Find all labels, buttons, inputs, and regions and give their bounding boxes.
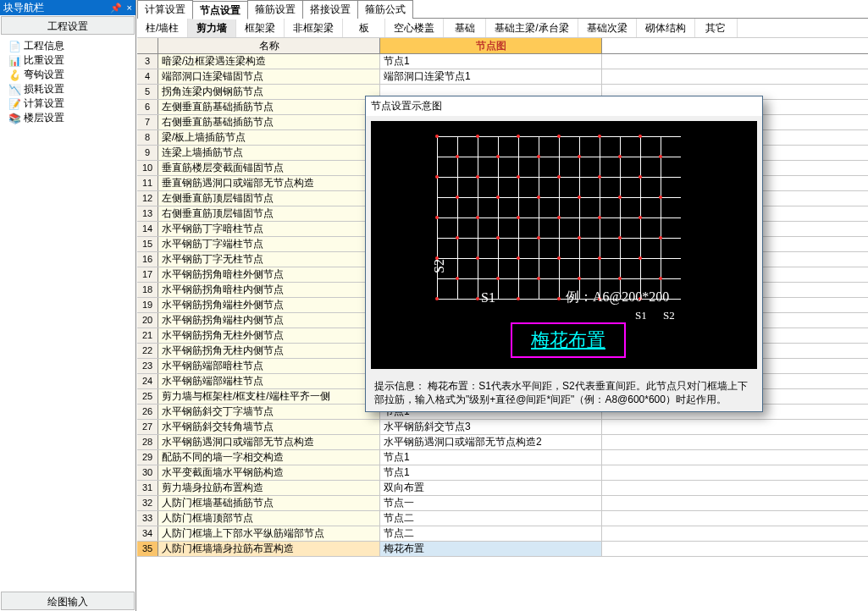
row-diagram-cell[interactable]: 节点1 bbox=[380, 450, 602, 465]
sub-tab-8[interactable]: 基础次梁 bbox=[578, 19, 637, 37]
nav-item-1[interactable]: 📊比重设置 bbox=[0, 53, 135, 68]
table-row[interactable]: 33人防门框墙顶部节点节点二 bbox=[137, 511, 868, 526]
plum-dot bbox=[598, 256, 601, 260]
table-row[interactable]: 29配筋不同的墙一字相交构造节点1 bbox=[137, 450, 868, 465]
sub-tab-6[interactable]: 基础 bbox=[444, 19, 486, 37]
row-name-cell[interactable]: 水平钢筋拐角端柱外侧节点 bbox=[158, 298, 380, 312]
grid-line-v bbox=[539, 136, 539, 299]
plum-dot bbox=[639, 135, 642, 138]
row-name-cell[interactable]: 人防门框墙上下部水平纵筋端部节点 bbox=[158, 526, 380, 541]
plum-dot bbox=[659, 277, 662, 280]
row-name-cell[interactable]: 梁/板上墙插筋节点 bbox=[158, 130, 380, 145]
close-icon[interactable]: × bbox=[127, 0, 132, 15]
top-tab-1[interactable]: 节点设置 bbox=[192, 1, 248, 19]
nav-footer[interactable]: 绘图输入 bbox=[1, 592, 135, 610]
row-name-cell[interactable]: 水平钢筋遇洞口或端部无节点构造 bbox=[158, 435, 380, 449]
row-diagram-cell[interactable]: 节点1 bbox=[380, 54, 602, 69]
row-diagram-cell[interactable]: 水平钢筋斜交节点3 bbox=[380, 420, 602, 434]
row-name-cell[interactable]: 水平钢筋丁字无柱节点 bbox=[158, 252, 380, 267]
plum-dot bbox=[496, 155, 500, 158]
row-name-cell[interactable]: 人防门框墙顶部节点 bbox=[158, 511, 380, 526]
top-tab-3[interactable]: 搭接设置 bbox=[302, 0, 358, 19]
plum-dot bbox=[435, 216, 439, 219]
row-name-cell[interactable]: 人防门框墙基础插筋节点 bbox=[158, 496, 380, 510]
row-name-cell[interactable]: 水平钢筋端部暗柱节点 bbox=[158, 359, 380, 373]
calc-icon: 📝 bbox=[8, 97, 21, 110]
plum-dot bbox=[456, 195, 459, 199]
nav-item-4[interactable]: 📝计算设置 bbox=[0, 96, 135, 111]
row-name-cell[interactable]: 水平钢筋拐角端柱内侧节点 bbox=[158, 313, 380, 328]
sub-tab-3[interactable]: 非框架梁 bbox=[285, 19, 343, 37]
row-name-cell[interactable]: 水平钢筋拐角无柱外侧节点 bbox=[158, 328, 380, 343]
row-name-cell[interactable]: 人防门框墙墙身拉筋布置构造 bbox=[158, 542, 380, 556]
row-diagram-cell[interactable]: 双向布置 bbox=[380, 481, 602, 495]
row-name-cell[interactable]: 水平钢筋拐角暗柱内侧节点 bbox=[158, 283, 380, 297]
row-name-cell[interactable]: 拐角连梁内侧钢筋节点 bbox=[158, 85, 380, 99]
row-name-cell[interactable]: 水平钢筋丁字端柱节点 bbox=[158, 237, 380, 251]
pin-icon[interactable]: 📌 bbox=[110, 0, 122, 15]
table-row[interactable]: 4端部洞口连梁锚固节点端部洞口连梁节点1 bbox=[137, 69, 868, 85]
row-name-cell[interactable]: 水平变截面墙水平钢筋构造 bbox=[158, 465, 380, 480]
row-name-cell[interactable]: 水平钢筋拐角暗柱外侧节点 bbox=[158, 267, 380, 282]
row-name-cell[interactable]: 端部洞口连梁锚固节点 bbox=[158, 69, 380, 84]
row-name-cell[interactable]: 垂直钢筋遇洞口或端部无节点构造 bbox=[158, 176, 380, 190]
nav-item-3[interactable]: 📉损耗设置 bbox=[0, 82, 135, 96]
table-row[interactable]: 35人防门框墙墙身拉筋布置构造梅花布置 bbox=[137, 542, 868, 557]
plum-dot bbox=[659, 195, 662, 199]
plum-dot bbox=[639, 256, 642, 260]
nav-subheader[interactable]: 工程设置 bbox=[1, 16, 135, 35]
sub-tab-0[interactable]: 柱/墙柱 bbox=[137, 19, 188, 37]
sub-tab-5[interactable]: 空心楼盖 bbox=[385, 19, 444, 37]
row-name-cell[interactable]: 连梁上墙插筋节点 bbox=[158, 146, 380, 160]
row-name-cell[interactable]: 左侧垂直筋基础插筋节点 bbox=[158, 100, 380, 114]
sub-tab-10[interactable]: 其它 bbox=[695, 19, 738, 37]
row-name-cell[interactable]: 暗梁/边框梁遇连梁构造 bbox=[158, 54, 380, 69]
top-tab-4[interactable]: 箍筋公式 bbox=[357, 0, 413, 19]
row-diagram-cell[interactable]: 端部洞口连梁节点1 bbox=[380, 69, 602, 84]
row-number: 15 bbox=[137, 237, 158, 251]
sub-tab-2[interactable]: 框架梁 bbox=[236, 19, 285, 37]
row-diagram-cell[interactable]: 节点1 bbox=[380, 465, 602, 480]
row-diagram-cell[interactable]: 节点一 bbox=[380, 496, 602, 510]
top-tab-2[interactable]: 箍筋设置 bbox=[247, 0, 303, 19]
grid-header-name[interactable]: 名称 bbox=[158, 38, 380, 53]
nav-item-2[interactable]: 🪝弯钩设置 bbox=[0, 68, 135, 82]
grid-header-diagram[interactable]: 节点图 bbox=[380, 38, 602, 53]
nav-item-5[interactable]: 📚楼层设置 bbox=[0, 111, 135, 125]
row-name-cell[interactable]: 水平钢筋端部端柱节点 bbox=[158, 374, 380, 388]
table-row[interactable]: 27水平钢筋斜交转角墙节点水平钢筋斜交节点3 bbox=[137, 420, 868, 435]
nav-item-label: 计算设置 bbox=[24, 96, 64, 111]
table-row[interactable]: 32人防门框墙基础插筋节点节点一 bbox=[137, 496, 868, 511]
row-name-cell[interactable]: 右侧垂直筋顶层锚固节点 bbox=[158, 206, 380, 221]
sub-tab-1[interactable]: 剪力墙 bbox=[188, 19, 236, 37]
table-row[interactable]: 34人防门框墙上下部水平纵筋端部节点节点二 bbox=[137, 526, 868, 542]
row-diagram-cell[interactable]: 节点二 bbox=[380, 526, 602, 541]
plum-dot bbox=[435, 297, 439, 300]
row-name-cell[interactable]: 水平钢筋斜交丁字墙节点 bbox=[158, 405, 380, 419]
nav-item-0[interactable]: 📄工程信息 bbox=[0, 39, 135, 53]
table-row[interactable]: 30水平变截面墙水平钢筋构造节点1 bbox=[137, 465, 868, 481]
grid-line-v bbox=[579, 136, 580, 299]
row-number: 35 bbox=[137, 542, 158, 556]
nav-title: 块导航栏 bbox=[3, 0, 44, 15]
row-diagram-cell[interactable]: 节点二 bbox=[380, 511, 602, 526]
row-name-cell[interactable]: 右侧垂直筋基础插筋节点 bbox=[158, 115, 380, 129]
row-name-cell[interactable]: 剪力墙与框架柱/框支柱/端柱平齐一侧 bbox=[158, 389, 380, 404]
row-name-cell[interactable]: 左侧垂直筋顶层锚固节点 bbox=[158, 191, 380, 206]
sub-tab-9[interactable]: 砌体结构 bbox=[637, 19, 695, 37]
row-diagram-cell[interactable]: 水平钢筋遇洞口或端部无节点构造2 bbox=[380, 435, 602, 449]
top-tab-0[interactable]: 计算设置 bbox=[137, 0, 193, 19]
sub-tab-4[interactable]: 板 bbox=[343, 19, 385, 37]
row-name-cell[interactable]: 水平钢筋丁字暗柱节点 bbox=[158, 222, 380, 236]
row-name-cell[interactable]: 水平钢筋拐角无柱内侧节点 bbox=[158, 344, 380, 358]
sub-tab-7[interactable]: 基础主梁/承台梁 bbox=[486, 19, 578, 37]
row-name-cell[interactable]: 配筋不同的墙一字相交构造 bbox=[158, 450, 380, 465]
row-name-cell[interactable]: 剪力墙身拉筋布置构造 bbox=[158, 481, 380, 495]
row-name-cell[interactable]: 垂直筋楼层变截面锚固节点 bbox=[158, 161, 380, 175]
table-row[interactable]: 3暗梁/边框梁遇连梁构造节点1 bbox=[137, 54, 868, 69]
plum-dot bbox=[476, 175, 479, 179]
table-row[interactable]: 28水平钢筋遇洞口或端部无节点构造水平钢筋遇洞口或端部无节点构造2 bbox=[137, 435, 868, 450]
row-diagram-cell[interactable]: 梅花布置 bbox=[380, 542, 602, 556]
table-row[interactable]: 31剪力墙身拉筋布置构造双向布置 bbox=[137, 481, 868, 496]
row-name-cell[interactable]: 水平钢筋斜交转角墙节点 bbox=[158, 420, 380, 434]
